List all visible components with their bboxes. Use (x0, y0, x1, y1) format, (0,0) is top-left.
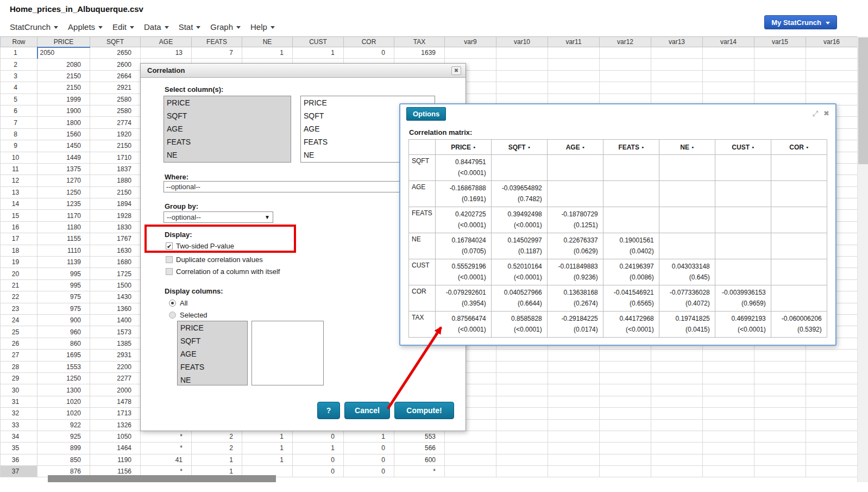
sheet-cell[interactable] (651, 350, 703, 361)
sheet-cell[interactable] (754, 396, 806, 407)
sheet-cell[interactable] (496, 443, 548, 454)
sheet-cell[interactable]: 1710 (90, 152, 141, 163)
display-columns-radio-all[interactable]: All (169, 299, 187, 307)
sheet-cell[interactable] (651, 47, 703, 59)
sheet-cell[interactable]: 1 (242, 431, 293, 442)
my-statcrunch-button[interactable]: My StatCrunch (764, 15, 837, 29)
group-by-select[interactable]: --optional-- ▼ (163, 211, 273, 223)
sheet-cell[interactable]: 1560 (37, 128, 90, 140)
menu-data[interactable]: Data (139, 20, 174, 34)
sheet-cell[interactable] (548, 350, 600, 361)
sheet-cell[interactable]: 1800 (37, 117, 90, 128)
sheet-cell[interactable]: 41 (141, 454, 192, 465)
sheet-cell[interactable] (600, 350, 651, 361)
sheet-cell[interactable]: 2150 (90, 186, 141, 198)
sheet-cell[interactable] (754, 59, 806, 70)
sheet-cell[interactable] (600, 419, 651, 431)
sheet-cell[interactable]: 1110 (37, 245, 90, 256)
sheet-cell[interactable] (600, 70, 651, 82)
sheet-cell[interactable]: 0 (344, 47, 394, 59)
sheet-cell[interactable]: 1894 (90, 198, 141, 210)
popout-icon[interactable]: ⤢ (813, 109, 818, 118)
sheet-cell[interactable] (651, 372, 703, 384)
sheet-cell[interactable]: 860 (37, 338, 90, 349)
sheet-cell[interactable] (600, 384, 651, 396)
sheet-cell[interactable] (703, 350, 754, 361)
sheet-cell[interactable]: 1630 (90, 245, 141, 256)
sheet-cell[interactable] (548, 361, 600, 372)
row-number[interactable]: 24 (1, 314, 37, 326)
sheet-cell[interactable]: 2 (192, 431, 242, 442)
sheet-cell[interactable] (703, 408, 754, 419)
row-number[interactable]: 6 (1, 105, 37, 116)
sheet-cell[interactable] (703, 47, 754, 59)
sheet-cell[interactable] (703, 396, 754, 407)
sheet-cell[interactable] (806, 70, 858, 82)
sheet-cell[interactable] (651, 408, 703, 419)
column-header-ne[interactable]: NE (242, 37, 293, 47)
sheet-cell[interactable] (806, 361, 858, 372)
sheet-cell[interactable]: 1270 (37, 175, 90, 186)
sheet-cell[interactable] (754, 70, 806, 82)
sheet-cell[interactable]: 1928 (90, 210, 141, 221)
sheet-cell[interactable]: 1449 (37, 152, 90, 163)
sheet-cell[interactable]: 2580 (90, 105, 141, 116)
list-item-sqft[interactable]: SQFT (178, 334, 247, 347)
list-item-price[interactable]: PRICE (164, 96, 291, 109)
sheet-cell[interactable]: * (141, 431, 192, 442)
sheet-cell[interactable] (754, 372, 806, 384)
sheet-cell[interactable] (806, 466, 858, 477)
sheet-cell[interactable] (703, 361, 754, 372)
column-header-cust[interactable]: CUST (293, 37, 344, 47)
column-header-cor[interactable]: COR (344, 37, 394, 47)
row-number[interactable]: 3 (1, 70, 37, 82)
sheet-cell[interactable]: 1020 (37, 396, 90, 407)
sheet-cell[interactable] (754, 82, 806, 94)
display-columns-radio-selected[interactable]: Selected (169, 311, 207, 319)
sheet-cell[interactable]: 850 (37, 454, 90, 465)
horizontal-scrollbar-thumb[interactable] (48, 475, 276, 482)
menu-statcrunch[interactable]: StatCrunch (5, 20, 63, 34)
column-header-var9[interactable]: var9 (445, 37, 496, 47)
sheet-cell[interactable] (496, 372, 548, 384)
list-item-age[interactable]: AGE (178, 347, 247, 360)
sheet-cell[interactable]: 1250 (37, 372, 90, 384)
sheet-cell[interactable] (548, 443, 600, 454)
sheet-cell[interactable] (703, 70, 754, 82)
sheet-cell[interactable]: 1050 (90, 431, 141, 442)
row-number[interactable]: 18 (1, 245, 37, 256)
sheet-cell[interactable] (651, 59, 703, 70)
sheet-cell[interactable] (496, 384, 548, 396)
sheet-cell[interactable]: 1020 (37, 408, 90, 419)
sheet-cell[interactable] (754, 350, 806, 361)
sheet-cell[interactable]: 0 (344, 443, 394, 454)
sheet-cell[interactable]: 2000 (90, 384, 141, 396)
sheet-cell[interactable]: 1139 (37, 257, 90, 268)
list-item-sqft[interactable]: SQFT (164, 109, 291, 122)
sheet-cell[interactable] (754, 466, 806, 477)
sheet-cell[interactable]: 553 (394, 431, 445, 442)
sheet-cell[interactable]: 0 (344, 466, 394, 477)
sheet-cell[interactable] (548, 70, 600, 82)
row-number[interactable]: 23 (1, 303, 37, 314)
column-header-age[interactable]: AGE (141, 37, 192, 47)
compute-button[interactable]: Compute! (394, 402, 454, 419)
sheet-cell[interactable] (496, 454, 548, 465)
sheet-cell[interactable] (496, 466, 548, 477)
sheet-cell[interactable]: 1235 (37, 198, 90, 210)
row-number[interactable]: 8 (1, 128, 37, 140)
column-header-var10[interactable]: var10 (496, 37, 548, 47)
close-icon[interactable]: ✖ (823, 109, 829, 118)
sheet-cell[interactable] (754, 443, 806, 454)
sheet-cell[interactable]: 2150 (37, 82, 90, 94)
available-columns-listbox[interactable]: PRICESQFTAGEFEATSNE (163, 96, 291, 163)
sheet-cell[interactable] (703, 454, 754, 465)
checkbox-unchecked-icon[interactable] (166, 268, 173, 275)
row-number[interactable]: 36 (1, 454, 37, 465)
sheet-cell[interactable]: 1478 (90, 396, 141, 407)
sheet-cell[interactable] (754, 431, 806, 442)
vertical-scrollbar-thumb[interactable] (858, 38, 868, 164)
display-columns-selected-listbox[interactable] (251, 321, 324, 385)
sheet-cell[interactable]: 1 (293, 443, 344, 454)
sheet-cell[interactable]: 1 (192, 454, 242, 465)
